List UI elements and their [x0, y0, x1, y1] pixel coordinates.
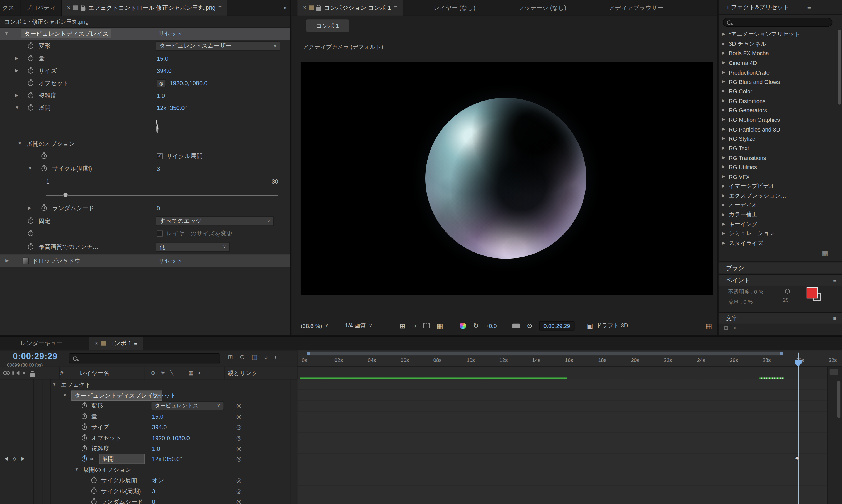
preset-category[interactable]: RG Utilities [718, 162, 838, 172]
view-layout-icon[interactable] [705, 322, 712, 329]
stopwatch-icon[interactable] [28, 218, 33, 223]
stopwatch-icon[interactable] [82, 425, 87, 430]
stopwatch-icon[interactable] [28, 80, 33, 86]
stopwatch-icon[interactable] [82, 435, 87, 440]
preset-category[interactable]: オーディオ [718, 200, 838, 210]
expand-chevron-icon[interactable] [28, 206, 31, 210]
preset-category[interactable]: 3D チャンネル [718, 39, 838, 49]
tab-footage[interactable]: フッテージ (なし) [513, 0, 572, 16]
panel-menu-icon[interactable] [833, 316, 837, 321]
brush-size-value[interactable]: 25 [783, 297, 788, 303]
resolution-dropdown[interactable]: 1/4 画質 [345, 322, 372, 329]
preset-category[interactable]: RG Particles and 3D [718, 125, 838, 134]
property-value[interactable]: 1920.0,1080.0 [152, 435, 190, 441]
chevron-right-icon[interactable] [722, 98, 725, 103]
resize-layer-checkbox[interactable] [157, 230, 163, 236]
stopwatch-icon[interactable] [28, 55, 33, 61]
3d-layer-column-icon[interactable] [208, 370, 211, 376]
stopwatch-icon[interactable] [91, 499, 97, 504]
stopwatch-icon[interactable] [91, 478, 97, 483]
effect-name[interactable]: ドロップシャドウ [32, 257, 81, 265]
viewer-tab-comp1[interactable]: コンポ 1 [306, 19, 349, 32]
composition-viewport[interactable] [301, 62, 713, 295]
pick-whip-icon[interactable] [236, 414, 241, 419]
row-evolution-options[interactable]: 展開のオプション [0, 465, 297, 475]
chevron-right-icon[interactable] [722, 203, 725, 207]
row-transform[interactable]: 変形 タービュレントス.. [0, 401, 297, 411]
property-value[interactable]: 394.0 [152, 424, 167, 430]
chevron-right-icon[interactable] [722, 41, 725, 46]
property-value[interactable]: 15.0 [157, 55, 168, 61]
tab-properties[interactable]: プロパティ [20, 0, 61, 16]
chevron-right-icon[interactable] [722, 146, 725, 150]
stopwatch-icon[interactable] [91, 488, 97, 494]
reset-link[interactable]: リセット [152, 392, 176, 399]
preset-category[interactable]: RG Color [718, 86, 838, 96]
live-update-icon[interactable] [274, 354, 278, 360]
panel-menu-icon[interactable] [394, 5, 397, 11]
property-value[interactable]: 1.0 [157, 92, 165, 98]
panel-menu-icon[interactable] [807, 4, 811, 10]
preset-category[interactable]: RG Motion Graphics [718, 115, 838, 125]
character-panel-header[interactable]: 文字 [718, 312, 842, 323]
pick-whip-icon[interactable] [236, 456, 241, 462]
playhead-line[interactable] [798, 353, 799, 504]
expand-chevron-icon[interactable] [15, 69, 18, 73]
chevron-right-icon[interactable] [722, 137, 725, 141]
row-cycle-period[interactable]: サイクル(周期) 3 [0, 486, 297, 497]
chevron-right-icon[interactable] [722, 70, 725, 74]
collapse-chevron-icon[interactable] [52, 382, 56, 387]
close-icon[interactable] [303, 5, 306, 11]
paint-panel-header[interactable]: ペイント [718, 274, 842, 286]
brush-panel-header[interactable]: ブラシ [718, 261, 842, 273]
timeline-search-input[interactable] [80, 355, 216, 361]
stopwatch-icon-active[interactable] [82, 457, 87, 462]
stopwatch-icon[interactable] [28, 68, 33, 73]
keyframe-next-icon[interactable] [21, 457, 25, 461]
audio-icon[interactable] [14, 371, 19, 375]
motion-blur-icon[interactable] [251, 354, 257, 360]
stopwatch-icon[interactable] [28, 230, 33, 236]
preset-category[interactable]: *アニメーションプリセット [718, 30, 838, 39]
time-ruler[interactable]: 0s 02s 04s 06s 08s 10s 12s 14s 16s 18s 2… [297, 350, 842, 367]
preset-category[interactable]: カラー補正 [718, 210, 838, 219]
property-value[interactable]: 3 [157, 165, 160, 172]
effect-name[interactable]: タービュレントディスプレイス [21, 29, 111, 38]
stopwatch-icon[interactable] [82, 446, 87, 451]
property-value[interactable]: 3 [152, 488, 155, 494]
row-effect-turbulent-displace[interactable]: タービュレントディスプレイス リセット [0, 390, 297, 401]
property-value[interactable]: 1.0 [152, 445, 160, 452]
tab-overflow[interactable] [280, 0, 290, 16]
comp-marker-bin[interactable] [830, 369, 838, 375]
tab-effect-controls[interactable]: エフェクトコントロール 修正シャボン玉丸.png [61, 0, 227, 16]
pick-whip-icon[interactable] [236, 435, 241, 441]
preset-category[interactable]: ProductionCrate [718, 68, 838, 77]
preset-category[interactable]: Cinema 4D [718, 58, 838, 68]
pinning-dropdown[interactable]: すべてのエッジ [156, 216, 274, 226]
property-value[interactable]: 12x+350.0° [152, 456, 182, 463]
property-label[interactable]: 展開 [99, 454, 145, 465]
effect-header-drop-shadow[interactable]: ドロップシャドウ リセット [0, 254, 290, 267]
collapse-chevron-icon[interactable] [28, 166, 32, 170]
slider-track[interactable] [46, 195, 278, 196]
chevron-right-icon[interactable] [722, 108, 725, 112]
tab-layer[interactable]: レイヤー (なし) [428, 0, 481, 16]
chevron-right-icon[interactable] [722, 194, 725, 198]
collapse-chevron-icon[interactable] [15, 106, 19, 110]
work-area-start-handle[interactable] [307, 352, 310, 355]
transform-dropdown[interactable]: タービュレントスムーザー [156, 41, 281, 51]
row-random-seed[interactable]: ランダムシード 0 [0, 497, 297, 504]
chevron-right-icon[interactable] [722, 232, 725, 236]
stopwatch-icon[interactable] [28, 92, 33, 98]
panel-menu-icon[interactable] [218, 5, 221, 11]
effect-header-turbulent-displace[interactable]: タービュレントディスプレイス リセット [0, 28, 290, 39]
property-value[interactable]: 0 [157, 205, 160, 212]
collapse-chevron-icon[interactable] [18, 142, 22, 146]
preset-category[interactable]: RG Blurs and Glows [718, 77, 838, 86]
tab-media-browser[interactable]: メディアブラウザー [604, 0, 669, 16]
preview-time[interactable]: 0:00:29:29 [539, 321, 574, 331]
zoom-dropdown[interactable]: (38.6 %) [301, 323, 328, 329]
stopwatch-icon[interactable] [41, 153, 47, 159]
region-of-interest-icon[interactable] [423, 323, 430, 328]
reset-link[interactable]: リセット [158, 257, 182, 265]
